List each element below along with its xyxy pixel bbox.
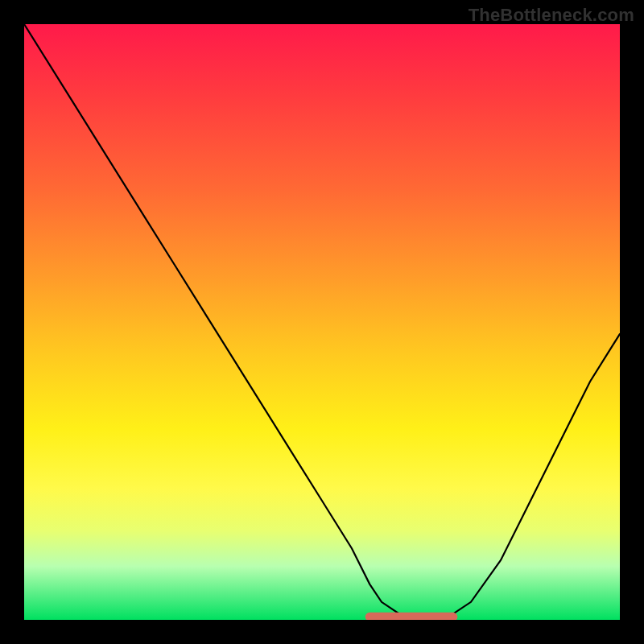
chart-plot-area [24,24,620,620]
chart-svg [24,24,620,620]
bottleneck-curve [24,24,620,617]
watermark-text: TheBottleneck.com [469,5,634,26]
